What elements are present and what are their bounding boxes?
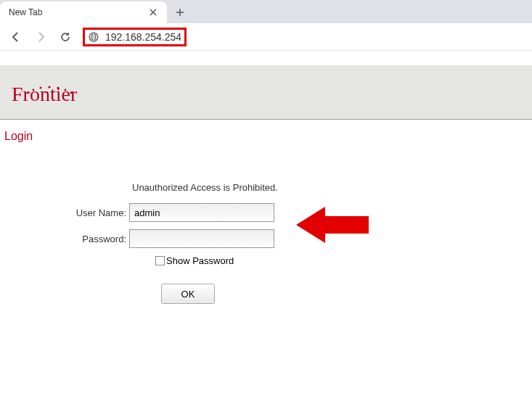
address-bar[interactable]: 192.168.254.254 (80, 28, 526, 46)
svg-point-2 (27, 92, 29, 94)
svg-point-6 (57, 87, 60, 89)
username-label: User Name: (65, 207, 129, 218)
globe-icon (88, 31, 99, 43)
browser-tab-strip: New Tab (0, 0, 532, 23)
svg-point-7 (65, 89, 67, 91)
show-password-checkbox[interactable] (155, 256, 165, 265)
browser-toolbar: 192.168.254.254 (0, 23, 532, 51)
password-label: Password: (65, 234, 129, 244)
svg-point-8 (70, 92, 73, 94)
page-content: Frontier Login Unauthorized Access is Pr… (0, 51, 532, 304)
brand-logo: Frontier (12, 83, 77, 106)
warning-text: Unauthorized Access is Prohibited. (132, 182, 356, 193)
svg-point-5 (48, 86, 50, 88)
browser-tab[interactable]: New Tab (0, 1, 167, 23)
forward-button[interactable] (30, 27, 51, 47)
svg-point-4 (40, 87, 42, 89)
password-field[interactable] (129, 229, 274, 248)
page-title: Login (0, 120, 532, 153)
username-field[interactable] (129, 203, 274, 222)
close-tab-icon[interactable] (148, 7, 158, 17)
ok-button[interactable]: OK (161, 284, 215, 304)
new-tab-button[interactable] (167, 1, 193, 23)
logo-dots-icon (25, 77, 75, 100)
login-form: Unauthorized Access is Prohibited. User … (65, 182, 356, 304)
tab-title: New Tab (9, 7, 148, 17)
show-password-label: Show Password (166, 255, 234, 266)
address-highlight-box: 192.168.254.254 (83, 28, 187, 46)
reload-button[interactable] (55, 27, 75, 47)
address-text: 192.168.254.254 (105, 31, 181, 43)
header-banner: Frontier (0, 65, 532, 120)
svg-point-3 (33, 89, 35, 91)
back-button[interactable] (6, 27, 26, 47)
